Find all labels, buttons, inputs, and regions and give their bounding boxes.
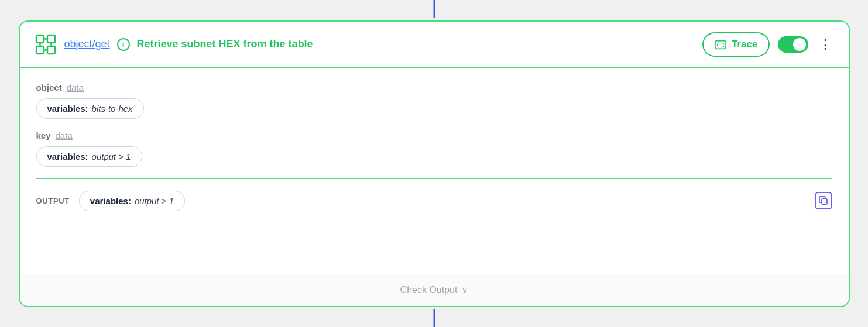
key-label-text: key (36, 130, 51, 140)
key-pill-key: variables: (47, 152, 88, 161)
object-field-label: object data (36, 82, 832, 92)
svg-rect-8 (715, 40, 726, 49)
object-variable-pill: variables: bits-to-hex (36, 98, 144, 119)
node-icon (34, 33, 57, 56)
path-link[interactable]: object/get (64, 38, 110, 50)
check-output-button[interactable]: Check Output ∨ (20, 274, 849, 306)
header-actions: Trace ⋮ (702, 32, 834, 57)
key-field-label: key data (36, 130, 832, 140)
svg-rect-10 (822, 199, 827, 204)
output-pill-key: variables: (90, 196, 131, 206)
object-label-link[interactable]: data (67, 82, 84, 92)
svg-rect-2 (36, 46, 44, 54)
node-card: object/get i Retrieve subnet HEX from th… (19, 20, 850, 307)
trace-button[interactable]: Trace (702, 32, 769, 57)
page-wrapper: object/get i Retrieve subnet HEX from th… (0, 0, 868, 327)
object-field-section: object data variables: bits-to-hex (36, 82, 832, 119)
connector-bottom (433, 309, 435, 327)
output-row: OUTPUT variables: output > 1 (36, 191, 832, 211)
chevron-down-icon: ∨ (462, 285, 468, 295)
object-label-text: object (36, 82, 62, 92)
toggle-switch[interactable] (778, 36, 808, 53)
card-footer: Check Output ∨ (20, 274, 849, 306)
copy-icon[interactable] (815, 192, 832, 209)
header-title: Retrieve subnet HEX from the table (137, 38, 696, 50)
trace-icon (714, 38, 727, 51)
info-icon[interactable]: i (117, 38, 130, 51)
key-variable-pill: variables: output > 1 (36, 146, 142, 167)
more-menu-icon[interactable]: ⋮ (816, 35, 835, 54)
key-label-link[interactable]: data (56, 130, 73, 140)
output-label: OUTPUT (36, 197, 70, 205)
key-field-section: key data variables: output > 1 (36, 130, 832, 167)
card-body: object data variables: bits-to-hex key d… (20, 68, 849, 274)
object-pill-value: bits-to-hex (92, 104, 133, 113)
copy-svg (819, 196, 828, 205)
output-variable-pill: variables: output > 1 (79, 191, 185, 211)
connector-top (433, 0, 435, 18)
svg-rect-0 (36, 35, 44, 43)
output-pill-value: output > 1 (135, 196, 174, 206)
check-output-label: Check Output (400, 285, 458, 295)
card-header: object/get i Retrieve subnet HEX from th… (20, 22, 849, 68)
section-divider (36, 178, 832, 179)
svg-rect-9 (718, 43, 724, 47)
key-pill-value: output > 1 (92, 152, 131, 161)
svg-rect-3 (47, 46, 55, 54)
svg-rect-1 (47, 35, 55, 43)
object-pill-key: variables: (47, 104, 88, 113)
